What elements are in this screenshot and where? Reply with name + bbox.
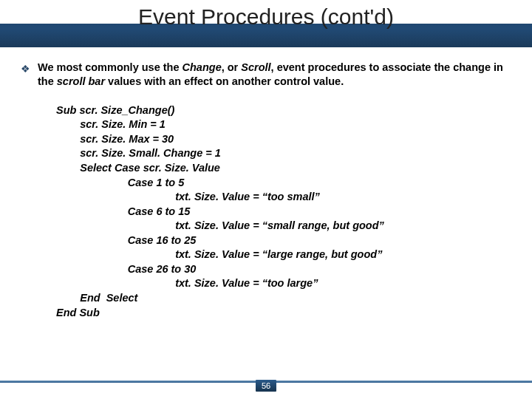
bullet-em3: scroll bar bbox=[57, 75, 105, 87]
bullet-item: ❖ We most commonly use the Change, or Sc… bbox=[21, 61, 511, 89]
code-block: Sub scr. Size_Change() scr. Size. Min = … bbox=[56, 103, 511, 320]
footer: 56 bbox=[0, 380, 532, 392]
title-band: Event Procedures (cont'd) bbox=[0, 0, 532, 47]
bullet-mid1: , or bbox=[222, 61, 242, 73]
page-number: 56 bbox=[256, 380, 276, 392]
bullet-post: values with an effect on another control… bbox=[105, 75, 344, 87]
diamond-bullet-icon: ❖ bbox=[21, 61, 30, 76]
bullet-pre: We most commonly use the bbox=[38, 61, 183, 73]
bullet-text: We most commonly use the Change, or Scro… bbox=[38, 61, 511, 89]
bullet-em2: Scroll bbox=[241, 61, 270, 73]
slide-title: Event Procedures (cont'd) bbox=[0, 4, 532, 30]
bullet-em1: Change bbox=[183, 61, 222, 73]
slide-content: ❖ We most commonly use the Change, or Sc… bbox=[0, 47, 532, 320]
